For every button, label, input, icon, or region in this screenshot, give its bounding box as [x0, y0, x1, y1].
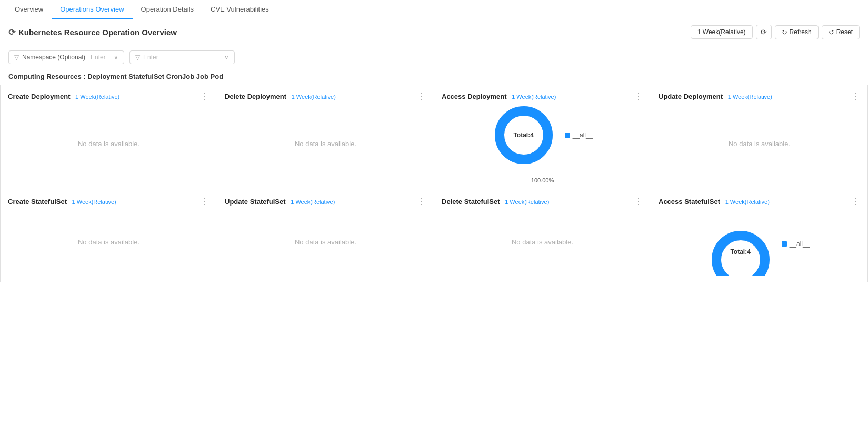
- section-label: Computing Resources : Deployment Statefu…: [0, 69, 868, 85]
- tab-operation-details[interactable]: Operation Details: [133, 0, 202, 19]
- card-body-create-statefulset: No data is available.: [8, 209, 209, 276]
- card-update-statefulset: Update StatefulSet 1 Week(Relative) ⋮ No…: [217, 190, 434, 282]
- card-body-update-deployment: No data is available.: [659, 104, 860, 184]
- legend-color-icon: [565, 133, 570, 138]
- card-menu-delete-statefulset[interactable]: ⋮: [634, 197, 643, 207]
- legend-label-statefulset: __all__: [790, 240, 810, 248]
- card-menu-access-deployment[interactable]: ⋮: [634, 91, 643, 101]
- donut-row: Total:4 __all__: [492, 104, 593, 167]
- second-placeholder: Enter: [143, 54, 158, 61]
- donut-svg: [492, 104, 555, 167]
- cards-grid-row1: Create Deployment 1 Week(Relative) ⋮ No …: [0, 85, 868, 190]
- filter-icon: ▽: [14, 54, 19, 61]
- card-title-delete-deployment: Delete Deployment: [225, 93, 286, 100]
- card-time-update-deployment: 1 Week(Relative): [728, 94, 772, 100]
- card-update-deployment: Update Deployment 1 Week(Relative) ⋮ No …: [651, 85, 868, 190]
- donut-row-statefulset: Total:4 __all__: [709, 228, 810, 276]
- card-body-delete-statefulset: No data is available.: [442, 209, 643, 276]
- no-data-update-deployment: No data is available.: [729, 140, 790, 148]
- svg-point-1: [500, 111, 548, 159]
- card-menu-create-deployment[interactable]: ⋮: [201, 91, 209, 101]
- second-arrow-icon: ∨: [224, 54, 229, 61]
- card-delete-deployment: Delete Deployment 1 Week(Relative) ⋮ No …: [217, 85, 434, 190]
- card-title-access-deployment: Access Deployment: [442, 93, 507, 100]
- donut-chart-access-statefulset: Total:4: [709, 228, 772, 276]
- card-title-delete-statefulset: Delete StatefulSet: [442, 198, 500, 206]
- week-selector-button[interactable]: 1 Week(Relative): [691, 25, 753, 39]
- auto-refresh-button[interactable]: ⟳: [756, 25, 772, 39]
- no-data-create-statefulset: No data is available.: [78, 238, 139, 246]
- namespace-filter[interactable]: ▽ Namespace (Optional) Enter ∨: [8, 50, 124, 64]
- card-header-create-deployment: Create Deployment 1 Week(Relative) ⋮: [8, 91, 209, 101]
- second-filter[interactable]: ▽ Enter ∨: [129, 50, 235, 64]
- card-time-access-statefulset: 1 Week(Relative): [725, 199, 770, 205]
- card-title-update-statefulset: Update StatefulSet: [225, 198, 286, 206]
- card-menu-delete-deployment[interactable]: ⋮: [417, 91, 426, 101]
- card-access-statefulset: Access StatefulSet 1 Week(Relative) ⋮ To…: [651, 190, 868, 282]
- auto-refresh-icon: ⟳: [761, 28, 767, 36]
- tab-overview[interactable]: Overview: [6, 0, 52, 19]
- card-title-access-statefulset: Access StatefulSet: [659, 198, 720, 206]
- card-delete-statefulset: Delete StatefulSet 1 Week(Relative) ⋮ No…: [434, 190, 651, 282]
- refresh-button[interactable]: ↻ Refresh: [775, 25, 819, 39]
- legend-item-all: __all__: [565, 131, 593, 139]
- reset-icon: ↺: [829, 28, 834, 36]
- title-text: Kubernetes Resource Operation Overview: [18, 28, 177, 37]
- refresh-label: Refresh: [790, 28, 812, 36]
- donut-chart-access-deployment: Total:4: [492, 104, 555, 167]
- card-body-create-deployment: No data is available.: [8, 104, 209, 184]
- page-title: ⟳ Kubernetes Resource Operation Overview: [8, 27, 177, 37]
- donut-legend: __all__: [565, 131, 593, 139]
- card-header-access-deployment: Access Deployment 1 Week(Relative) ⋮: [442, 91, 643, 101]
- card-menu-access-statefulset[interactable]: ⋮: [851, 197, 860, 207]
- tab-operations-overview[interactable]: Operations Overview: [52, 0, 132, 19]
- legend-color-icon-statefulset: [782, 241, 787, 247]
- card-menu-update-statefulset[interactable]: ⋮: [417, 197, 426, 207]
- card-body-access-statefulset: Total:4 __all__: [659, 209, 860, 276]
- card-header-delete-deployment: Delete Deployment 1 Week(Relative) ⋮: [225, 91, 426, 101]
- cards-grid-row2: Create StatefulSet 1 Week(Relative) ⋮ No…: [0, 190, 868, 282]
- svg-point-3: [716, 236, 765, 276]
- donut-percent: 100.00%: [531, 177, 554, 184]
- no-data-update-statefulset: No data is available.: [295, 238, 356, 246]
- reset-button[interactable]: ↺ Reset: [822, 25, 860, 39]
- legend-label: __all__: [573, 131, 593, 139]
- no-data-delete-statefulset: No data is available.: [512, 238, 573, 246]
- card-body-update-statefulset: No data is available.: [225, 209, 426, 276]
- namespace-placeholder: Enter: [91, 54, 106, 61]
- card-create-deployment: Create Deployment 1 Week(Relative) ⋮ No …: [1, 85, 217, 190]
- header-bar: ⟳ Kubernetes Resource Operation Overview…: [0, 19, 868, 45]
- tab-cve-vulnerabilities[interactable]: CVE Vulnerabilities: [202, 0, 277, 19]
- card-time-create-deployment: 1 Week(Relative): [75, 94, 119, 100]
- card-time-access-deployment: 1 Week(Relative): [512, 94, 556, 100]
- card-menu-create-statefulset[interactable]: ⋮: [201, 197, 209, 207]
- namespace-label: Namespace (Optional): [22, 54, 85, 61]
- card-menu-update-deployment[interactable]: ⋮: [851, 91, 860, 101]
- card-body-access-deployment: Total:4 __all__ 100.00%: [442, 104, 643, 184]
- card-body-delete-deployment: No data is available.: [225, 104, 426, 184]
- refresh-icon: ↻: [782, 28, 787, 36]
- card-header-delete-statefulset: Delete StatefulSet 1 Week(Relative) ⋮: [442, 197, 643, 207]
- filters-bar: ▽ Namespace (Optional) Enter ∨ ▽ Enter ∨: [0, 45, 868, 69]
- card-title-create-statefulset: Create StatefulSet: [8, 198, 67, 206]
- card-time-create-statefulset: 1 Week(Relative): [72, 199, 116, 205]
- no-data-delete-deployment: No data is available.: [295, 140, 356, 148]
- donut-label-access-statefulset: Total:4: [730, 248, 750, 256]
- card-time-delete-deployment: 1 Week(Relative): [292, 94, 336, 100]
- reset-label: Reset: [836, 28, 853, 36]
- card-create-statefulset: Create StatefulSet 1 Week(Relative) ⋮ No…: [1, 190, 217, 282]
- kubernetes-icon: ⟳: [8, 27, 15, 37]
- card-time-update-statefulset: 1 Week(Relative): [291, 199, 335, 205]
- card-header-access-statefulset: Access StatefulSet 1 Week(Relative) ⋮: [659, 197, 860, 207]
- card-time-delete-statefulset: 1 Week(Relative): [505, 199, 549, 205]
- card-title-update-deployment: Update Deployment: [659, 93, 723, 100]
- legend-item-all-statefulset: __all__: [782, 240, 810, 248]
- card-header-create-statefulset: Create StatefulSet 1 Week(Relative) ⋮: [8, 197, 209, 207]
- donut-legend-statefulset: __all__: [782, 240, 810, 248]
- tabs-bar: Overview Operations Overview Operation D…: [0, 0, 868, 19]
- filter2-icon: ▽: [135, 54, 140, 61]
- header-controls: 1 Week(Relative) ⟳ ↻ Refresh ↺ Reset: [691, 25, 860, 39]
- namespace-arrow-icon: ∨: [114, 54, 118, 61]
- no-data-create-deployment: No data is available.: [78, 140, 139, 148]
- card-access-deployment: Access Deployment 1 Week(Relative) ⋮ Tot…: [434, 85, 651, 190]
